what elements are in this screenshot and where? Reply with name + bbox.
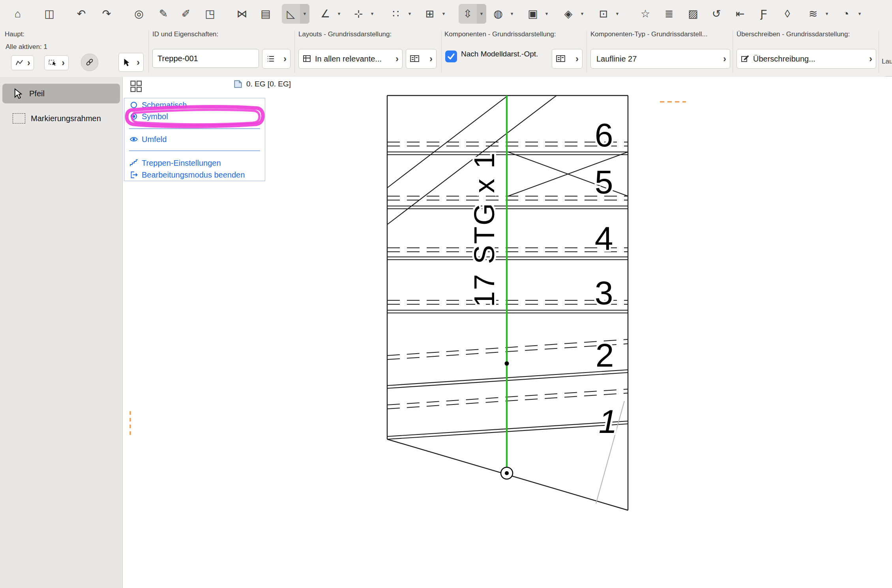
menu-item-schematisch[interactable]: Schematisch xyxy=(124,99,265,111)
arrow-tool-button[interactable]: › xyxy=(118,53,144,72)
separator xyxy=(733,30,733,73)
dropdown-chevron-icon[interactable]: ▾ xyxy=(300,4,309,24)
frame-button[interactable]: ▣▾ xyxy=(524,4,551,24)
home-icon: ⌂ xyxy=(9,4,27,24)
ueberschreibung-button[interactable]: Überschreibung... › xyxy=(736,49,876,69)
snap-point-icon: ◍ xyxy=(489,4,507,24)
chevron-right-icon: › xyxy=(24,58,34,67)
relation-button[interactable]: ◈▾ xyxy=(559,4,587,24)
editing-plane-button[interactable]: ⊞▾ xyxy=(421,4,448,24)
dropdown-chevron-icon[interactable]: ▾ xyxy=(822,4,832,24)
separator xyxy=(294,30,295,73)
chevron-right-icon: › xyxy=(572,54,582,64)
guide-lines-icon: ◺ xyxy=(282,4,300,24)
edit-polygon-icon xyxy=(15,58,24,67)
favorites-button[interactable]: ☆ xyxy=(636,4,654,24)
dropdown-chevron-icon[interactable]: ▾ xyxy=(439,4,448,24)
komponenten-display-button[interactable]: › xyxy=(552,49,583,69)
snap-reference-button[interactable]: ⇳▾ xyxy=(459,4,486,24)
redo-button[interactable]: ↷ xyxy=(97,4,116,24)
level-dimension-button[interactable]: ∠▾ xyxy=(316,4,344,24)
editing-plane-icon: ⊞ xyxy=(421,4,439,24)
marquee-mode-button[interactable]: › xyxy=(44,55,69,70)
reshape-icon: ◳ xyxy=(201,4,219,24)
suspend-groups-button[interactable] xyxy=(81,54,98,71)
story-icon xyxy=(233,79,243,89)
link-button[interactable]: ↺ xyxy=(707,4,725,24)
guide-lines-button[interactable]: ◺▾ xyxy=(282,4,309,24)
marquee-cursor-icon xyxy=(48,58,57,67)
previous-view-button[interactable]: ⇤ xyxy=(731,4,749,24)
layouts-button-label: In allen relevante... xyxy=(315,54,382,64)
left-sidebar: Pfeil Markierungsrahmen xyxy=(0,77,123,588)
dropdown-chevron-icon[interactable]: ▾ xyxy=(477,4,486,24)
story-breadcrumb[interactable]: 0. EG [0. EG] xyxy=(233,79,291,89)
section-label-komponenten-typ: Komponenten-Typ - Grundrissdarstell... xyxy=(590,30,708,38)
layouts-relevance-button[interactable]: In allen relevante... › xyxy=(298,49,403,69)
save-button[interactable]: ◫ xyxy=(40,4,58,24)
marquee-frame-icon xyxy=(13,113,25,124)
redo-icon: ↷ xyxy=(97,4,116,24)
dropdown-chevron-icon[interactable]: ▾ xyxy=(334,4,344,24)
snap-grid-icon: ∷ xyxy=(387,4,405,24)
dropdown-chevron-icon[interactable]: ▾ xyxy=(577,4,587,24)
element-id-input[interactable] xyxy=(152,49,259,68)
model-view-checkbox-label[interactable]: Nach Modelldarst.-Opt. xyxy=(461,49,546,59)
menu-item-bearbeitungsmodus-beenden[interactable]: Bearbeitungsmodus beenden xyxy=(124,169,265,181)
layers-icon: ≣ xyxy=(660,4,678,24)
menu-separator xyxy=(129,128,260,129)
schedule-button[interactable]: Ƒ xyxy=(755,4,773,24)
label-button[interactable]: ◊ xyxy=(778,4,796,24)
model-view-checkbox[interactable] xyxy=(445,51,457,62)
snap-point-button[interactable]: ◍▾ xyxy=(489,4,517,24)
dropdown-chevron-icon[interactable]: ▾ xyxy=(405,4,414,24)
arrow-cursor-icon xyxy=(13,88,24,99)
reshape-button[interactable]: ◳ xyxy=(201,4,219,24)
chevron-right-icon: › xyxy=(720,54,730,64)
measure-button[interactable]: ▤ xyxy=(257,4,275,24)
group-button[interactable]: ⊡▾ xyxy=(594,4,622,24)
id-settings-button[interactable]: › xyxy=(262,49,290,69)
stair-settings-icon xyxy=(129,159,138,167)
main-toolbar: ⌂◫↶↷◎✎✐◳⋈▤◺▾∠▾⊹▾∷▾⊞▾⇳▾◍▾▣▾◈▾⊡▾☆≣▨↺⇤Ƒ◊≋▾◔… xyxy=(0,0,892,28)
dropdown-chevron-icon[interactable]: ▾ xyxy=(542,4,551,24)
pickup-parameters-icon: ✎ xyxy=(154,4,172,24)
menu-item-umfeld[interactable]: Umfeld xyxy=(124,133,265,145)
pie-button[interactable]: ◔▾ xyxy=(837,4,864,24)
layouts-display-button[interactable]: › xyxy=(406,49,437,69)
coordinate-icon: ⊹ xyxy=(349,4,367,24)
dropdown-chevron-icon[interactable]: ▾ xyxy=(367,4,377,24)
snap-grid-button[interactable]: ∷▾ xyxy=(387,4,414,24)
menu-item-treppen-einstellungen[interactable]: Treppen-Einstellungen xyxy=(124,157,265,169)
chevron-right-icon: › xyxy=(426,54,436,64)
find-select-button[interactable]: ◎ xyxy=(130,4,148,24)
pickup-parameters-button[interactable]: ✎ xyxy=(154,4,172,24)
chevron-right-icon: › xyxy=(280,54,290,64)
komponenten-typ-dropdown[interactable]: Lauflinie 27 › xyxy=(590,49,730,69)
sidebar-item-pfeil[interactable]: Pfeil xyxy=(2,84,120,103)
image-button[interactable]: ▨ xyxy=(684,4,702,24)
snap-reference-icon: ⇳ xyxy=(459,4,477,24)
menu-item-label: Symbol xyxy=(142,112,168,121)
edit-mode-button[interactable]: › xyxy=(11,55,34,70)
coordinate-button[interactable]: ⊹▾ xyxy=(349,4,377,24)
home-button[interactable]: ⌂ xyxy=(9,4,27,24)
display-option-icon xyxy=(410,54,420,64)
markup-button[interactable]: ≋▾ xyxy=(804,4,832,24)
menu-separator xyxy=(129,150,260,151)
intersect-button[interactable]: ⋈ xyxy=(233,4,251,24)
layers-button[interactable]: ≣ xyxy=(660,4,678,24)
inject-parameters-button[interactable]: ✐ xyxy=(177,4,195,24)
previous-view-icon: ⇤ xyxy=(731,4,749,24)
sidebar-item-markierungsrahmen[interactable]: Markierungsrahmen xyxy=(2,109,120,128)
archicad-app: ⌂◫↶↷◎✎✐◳⋈▤◺▾∠▾⊹▾∷▾⊞▾⇳▾◍▾▣▾◈▾⊡▾☆≣▨↺⇤Ƒ◊≋▾◔… xyxy=(0,0,892,588)
undo-button[interactable]: ↶ xyxy=(72,4,90,24)
dropdown-chevron-icon[interactable]: ▾ xyxy=(855,4,864,24)
panel-grid-icon[interactable] xyxy=(130,81,142,94)
active-tools-count: Alle aktiven: 1 xyxy=(6,43,47,51)
dropdown-chevron-icon[interactable]: ▾ xyxy=(613,4,622,24)
section-label-partial: Lau xyxy=(882,58,892,66)
menu-item-symbol[interactable]: Symbol xyxy=(124,110,265,122)
dropdown-chevron-icon[interactable]: ▾ xyxy=(507,4,517,24)
separator xyxy=(441,30,442,73)
